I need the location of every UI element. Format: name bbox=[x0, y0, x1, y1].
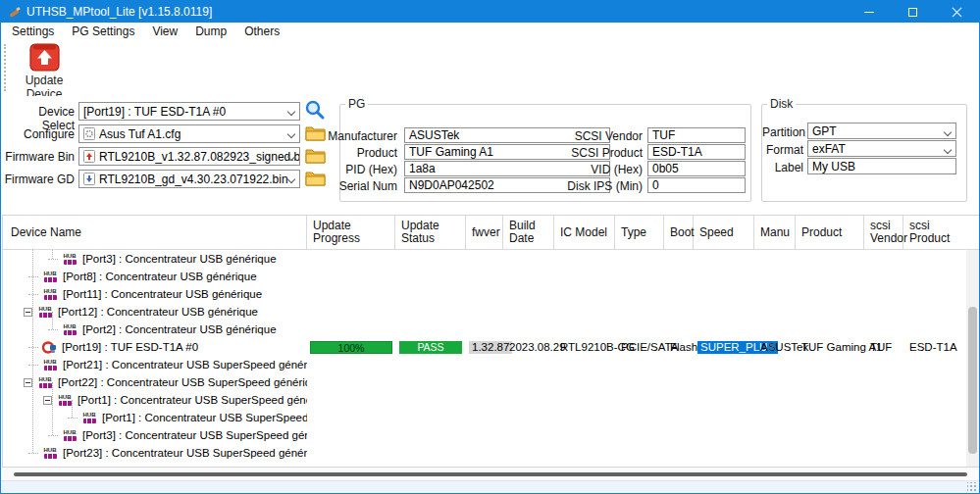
format-select[interactable]: exFAT bbox=[807, 140, 956, 157]
configure-value: Asus Tuf A1.cfg bbox=[99, 127, 181, 141]
col-product[interactable]: Product bbox=[796, 216, 864, 249]
close-button[interactable] bbox=[935, 1, 979, 23]
chevron-down-icon bbox=[287, 108, 295, 116]
firmware-gd-value: RTL9210B_gd_v4.30.23.071922.bin bbox=[99, 173, 288, 186]
usb-device-icon bbox=[42, 341, 57, 354]
disk-ips-field[interactable] bbox=[647, 177, 746, 193]
table-row[interactable]: [Port22] : Concentrateur USB SuperSpeed … bbox=[3, 373, 979, 391]
col-scsi-product[interactable]: scsi Product bbox=[903, 216, 953, 249]
vid-label: VID (Hex) bbox=[559, 163, 643, 176]
tree-connector bbox=[28, 276, 38, 277]
serial-num-label: Serial Num bbox=[319, 179, 397, 193]
device-select-combo[interactable]: [Port19] : TUF ESD-T1A #0 bbox=[78, 102, 300, 121]
col-fwver[interactable]: fwver bbox=[466, 216, 503, 249]
label-field[interactable] bbox=[807, 158, 956, 174]
disk-group: Disk Partition GPT Format exFAT Label bbox=[761, 97, 967, 202]
table-row[interactable]: [Port1] : Concentrateur USB SuperSpeed g… bbox=[3, 409, 979, 426]
boot-value: Flash bbox=[664, 341, 694, 353]
tree-connector bbox=[48, 259, 58, 260]
minimize-button[interactable] bbox=[847, 1, 891, 23]
firmware-gd-combo[interactable]: RTL9210B_gd_v4.30.23.071922.bin bbox=[78, 170, 300, 188]
table-row[interactable]: [Port12] : Concentrateur USB générique bbox=[3, 303, 979, 321]
col-boot[interactable]: Boot bbox=[664, 216, 694, 249]
col-ic-model[interactable]: IC Model bbox=[554, 216, 615, 249]
format-value: exFAT bbox=[812, 142, 846, 156]
horizontal-scrollbar-thumb[interactable] bbox=[14, 472, 967, 476]
col-manu[interactable]: Manu bbox=[754, 216, 796, 249]
device-tree: [Port3] : Concentrateur USB générique [P… bbox=[3, 250, 979, 465]
config-file-icon bbox=[83, 127, 95, 140]
toolbar-grip[interactable] bbox=[4, 44, 6, 91]
maximize-icon bbox=[908, 8, 917, 17]
manufacturer-label: Manufacturer bbox=[319, 129, 397, 143]
horizontal-scrollbar[interactable] bbox=[2, 468, 980, 480]
menu-dump[interactable]: Dump bbox=[186, 24, 235, 39]
usb-hub-icon bbox=[57, 394, 73, 407]
table-row-device[interactable]: [Port19] : TUF ESD-T1A #0 100% PASS 1.32… bbox=[3, 338, 979, 356]
menu-others[interactable]: Others bbox=[235, 24, 288, 39]
table-row[interactable]: [Port23] : Concentrateur USB SuperSpeed … bbox=[3, 444, 979, 462]
usb-hub-icon bbox=[42, 288, 58, 301]
table-row[interactable]: [Port3] : Concentrateur USB SuperSpeed g… bbox=[3, 426, 979, 444]
usb-hub-icon bbox=[62, 253, 77, 266]
tree-collapse-toggle[interactable] bbox=[24, 378, 32, 387]
table-row[interactable]: [Port3] : Concentrateur USB générique bbox=[3, 250, 979, 268]
firmware-gd-label: Firmware GD bbox=[4, 173, 75, 186]
table-row[interactable]: [Port1] : Concentrateur USB SuperSpeed g… bbox=[3, 391, 979, 409]
menu-settings[interactable]: Settings bbox=[3, 24, 63, 39]
minimize-icon bbox=[864, 12, 874, 13]
table-row[interactable]: [Port2] : Concentrateur USB générique bbox=[3, 321, 979, 338]
update-progress-bar: 100% bbox=[310, 341, 392, 354]
device-search-button[interactable] bbox=[303, 100, 327, 120]
chevron-down-icon bbox=[287, 175, 295, 183]
usb-hub-icon bbox=[42, 359, 58, 371]
col-build-date[interactable]: Build Date bbox=[503, 216, 554, 249]
firmware-bin-combo[interactable]: RTL9210B_v1.32.87.082923_signed.bin bbox=[78, 147, 300, 166]
usb-hub-icon bbox=[62, 429, 77, 442]
status-bar bbox=[1, 480, 979, 494]
close-icon bbox=[952, 7, 962, 18]
col-type[interactable]: Type bbox=[615, 216, 664, 249]
resize-grip[interactable] bbox=[967, 482, 977, 492]
menu-pg-settings[interactable]: PG Settings bbox=[63, 24, 143, 39]
tree-collapse-toggle[interactable] bbox=[43, 396, 52, 405]
scsi-product-field[interactable] bbox=[647, 144, 746, 160]
firmware-bin-value: RTL9210B_v1.32.87.082923_signed.bin bbox=[99, 150, 300, 164]
chevron-down-icon bbox=[944, 128, 952, 136]
col-device-name[interactable]: Device Name bbox=[3, 216, 307, 249]
window-title: UTHSB_MPtool_Lite [v1.15.8.0119] bbox=[26, 5, 212, 19]
vid-field[interactable] bbox=[647, 161, 746, 176]
table-row[interactable]: [Port11] : Concentrateur USB générique bbox=[3, 285, 979, 303]
menu-view[interactable]: View bbox=[143, 24, 186, 39]
device-table: Device Name Update Progress Update Statu… bbox=[2, 215, 980, 468]
col-update-status[interactable]: Update Status bbox=[395, 216, 466, 249]
usb-hub-icon bbox=[37, 306, 53, 319]
scsi-vendor-field[interactable] bbox=[647, 127, 746, 143]
col-update-progress[interactable]: Update Progress bbox=[307, 216, 395, 249]
app-icon bbox=[8, 6, 21, 19]
update-device-button[interactable]: Update Device bbox=[9, 43, 79, 94]
table-row[interactable]: [Port21] : Concentrateur USB SuperSpeed … bbox=[3, 356, 979, 373]
menu-bar: Settings PG Settings View Dump Others bbox=[1, 23, 979, 40]
partition-label: Partition bbox=[762, 125, 803, 139]
col-scsi-vendor[interactable]: scsi Vendor bbox=[864, 216, 903, 249]
vertical-scrollbar-thumb[interactable] bbox=[968, 307, 977, 454]
scsi-vendor-value: TUF bbox=[864, 341, 903, 353]
tree-collapse-toggle[interactable] bbox=[24, 308, 32, 317]
format-label: Format bbox=[762, 143, 803, 157]
tree-connector bbox=[68, 418, 77, 419]
configure-combo[interactable]: Asus Tuf A1.cfg bbox=[78, 124, 300, 143]
col-speed[interactable]: Speed bbox=[694, 216, 754, 249]
usb-hub-icon bbox=[37, 376, 53, 389]
table-row[interactable]: [Port8] : Concentrateur USB générique bbox=[3, 268, 979, 285]
chevron-down-icon bbox=[944, 146, 952, 154]
maximize-button[interactable] bbox=[891, 1, 935, 23]
partition-select[interactable]: GPT bbox=[807, 123, 956, 139]
tree-connector bbox=[28, 453, 38, 454]
tree-connector bbox=[48, 329, 58, 330]
toolbar: Update Device bbox=[1, 40, 979, 96]
scsi-vendor-label: SCSI Vendor bbox=[559, 129, 643, 143]
vertical-scrollbar[interactable] bbox=[966, 250, 979, 467]
tree-connector bbox=[48, 435, 58, 436]
search-icon bbox=[304, 99, 326, 121]
